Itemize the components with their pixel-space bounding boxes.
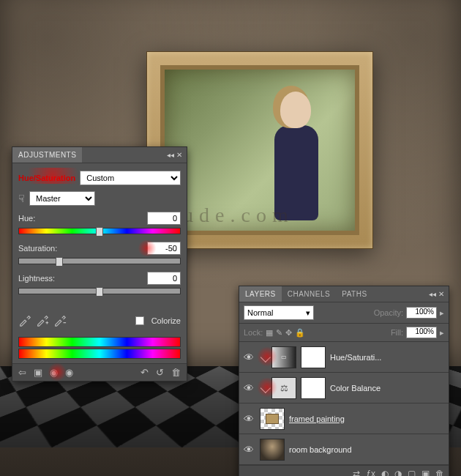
lightness-label: Lightness: — [18, 274, 64, 283]
layer-row-room-background[interactable]: 👁 room background — [239, 434, 449, 465]
layers-footer: ⇄ ƒx ◐ ◑ ▢ ▣ 🗑 — [239, 465, 449, 476]
layers-panel[interactable]: LAYERS CHANNELS PATHS ◂◂ ✕ Normal▾ Opaci… — [239, 286, 449, 476]
layer-name[interactable]: Color Balance — [330, 384, 381, 393]
hue-input[interactable] — [147, 212, 181, 225]
saturation-slider[interactable] — [18, 258, 181, 264]
layer-thumb[interactable] — [260, 408, 285, 430]
fill-label: Fill: — [391, 328, 403, 337]
opacity-label: Opacity: — [374, 308, 403, 317]
link-layers-icon[interactable]: ⇄ — [353, 469, 360, 476]
adjustment-layer-icon[interactable]: ◑ — [394, 469, 402, 476]
colorize-label: Colorize — [151, 316, 181, 325]
visibility-toggle[interactable]: 👁 — [242, 413, 255, 425]
layer-row-color-balance[interactable]: 👁 ⚖ Color Balance — [239, 373, 449, 404]
layer-name[interactable]: room background — [289, 445, 352, 454]
layer-thumb[interactable] — [260, 439, 285, 461]
group-icon[interactable]: ▢ — [408, 469, 416, 476]
adjustments-footer: ⇦ ▣ ◉ ◉ ↶ ↺ 🗑 — [12, 363, 187, 381]
hue-saturation-label: Hue/Saturation — [18, 174, 75, 182]
visibility-toggle[interactable]: 👁 — [242, 444, 255, 455]
eyedropper-minus-icon[interactable] — [53, 313, 67, 328]
lock-transparent-icon[interactable]: ▦ — [266, 328, 273, 338]
layers-tab[interactable]: LAYERS — [239, 286, 282, 302]
visibility-toggle[interactable]: 👁 — [242, 382, 255, 394]
colorize-checkbox[interactable] — [135, 316, 144, 325]
painting-image — [160, 65, 359, 235]
layer-name[interactable]: Hue/Saturati... — [330, 353, 381, 362]
channels-tab[interactable]: CHANNELS — [282, 286, 336, 302]
prev-state-icon[interactable]: ↶ — [140, 367, 149, 378]
lock-all-icon[interactable]: 🔒 — [295, 328, 305, 338]
adjustments-header[interactable]: ADJUSTMENTS ◂◂ ✕ — [12, 147, 187, 163]
visibility-icon[interactable]: ◉ — [65, 367, 73, 378]
adjustments-tab[interactable]: ADJUSTMENTS — [12, 147, 82, 163]
opacity-flyout-icon[interactable]: ▸ — [440, 308, 444, 318]
layers-header[interactable]: LAYERS CHANNELS PATHS ◂◂ ✕ — [239, 286, 449, 302]
preset-select[interactable]: Custom — [80, 171, 181, 185]
eyedropper-plus-icon[interactable] — [36, 313, 49, 328]
hue-label: Hue: — [18, 214, 64, 223]
reset-icon[interactable]: ↺ — [156, 367, 164, 378]
layer-row-hue-sat[interactable]: 👁 ▭ Hue/Saturati... — [239, 342, 449, 373]
trash-icon[interactable]: 🗑 — [171, 367, 181, 378]
lock-position-icon[interactable]: ✥ — [285, 328, 292, 338]
delete-layer-icon[interactable]: 🗑 — [435, 469, 444, 476]
blend-mode-select[interactable]: Normal▾ — [244, 305, 314, 320]
saturation-input[interactable] — [147, 242, 181, 255]
mask-thumb[interactable] — [301, 346, 326, 368]
adjustments-panel[interactable]: ADJUSTMENTS ◂◂ ✕ Hue/Saturation Custom ☟… — [12, 146, 187, 382]
channel-select[interactable]: Master — [29, 191, 95, 206]
layer-mask-icon[interactable]: ◐ — [381, 469, 389, 476]
back-icon[interactable]: ⇦ — [18, 367, 26, 378]
girl-figure — [260, 84, 333, 223]
lock-label: Lock: — [244, 328, 263, 337]
layer-fx-icon[interactable]: ƒx — [366, 469, 375, 476]
new-layer-icon[interactable]: ▣ — [421, 469, 430, 476]
opacity-value[interactable]: 100% — [406, 307, 437, 319]
clip-to-layer-icon[interactable]: ◉ — [50, 367, 58, 378]
adjustment-thumb[interactable]: ▭ — [271, 346, 296, 368]
finger-scrub-icon[interactable]: ☟ — [18, 193, 25, 204]
spectrum-bar-bottom — [18, 349, 181, 359]
fill-flyout-icon[interactable]: ▸ — [440, 328, 444, 338]
adjustment-thumb[interactable]: ⚖ — [271, 377, 296, 399]
clip-indicator-icon — [261, 382, 271, 393]
visibility-toggle[interactable]: 👁 — [242, 352, 255, 363]
spectrum-bar-top — [18, 337, 181, 347]
layer-row-framed-painting[interactable]: 👁 framed painting — [239, 404, 449, 434]
fill-value[interactable]: 100% — [406, 327, 437, 338]
lightness-slider[interactable] — [18, 288, 181, 294]
lightness-input[interactable] — [147, 272, 181, 285]
expand-view-icon[interactable]: ▣ — [34, 367, 42, 378]
hue-slider[interactable] — [18, 228, 181, 234]
mask-thumb[interactable] — [301, 377, 326, 399]
clip-indicator-icon — [261, 352, 271, 362]
layer-name[interactable]: framed painting — [289, 414, 345, 423]
paths-tab[interactable]: PATHS — [336, 286, 372, 302]
lock-pixels-icon[interactable]: ✎ — [276, 328, 282, 338]
panel-menu-icon[interactable]: ◂◂ ✕ — [424, 290, 449, 298]
panel-menu-icon[interactable]: ◂◂ ✕ — [162, 151, 187, 159]
saturation-label: Saturation: — [18, 244, 64, 253]
eyedropper-icon[interactable] — [18, 313, 31, 328]
